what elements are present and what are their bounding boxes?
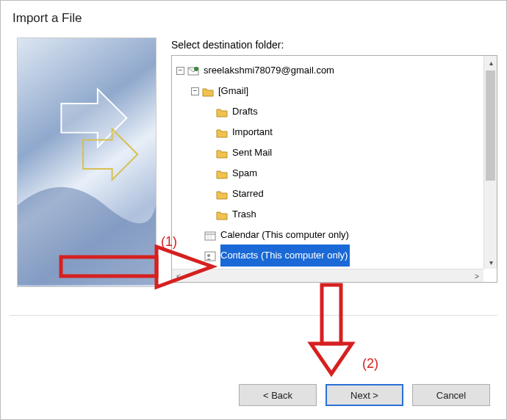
- dialog-title: Import a File: [1, 1, 506, 32]
- svg-point-3: [194, 67, 198, 71]
- folder-tree[interactable]: − sreelakshmi78079@gmail.com − [Gmail]: [171, 55, 497, 283]
- contacts-label: Contacts (This computer only): [220, 245, 350, 267]
- svg-marker-13: [311, 344, 352, 374]
- folder-icon: [216, 101, 232, 122]
- tree-gmail-row[interactable]: − [Gmail]: [175, 81, 481, 101]
- destination-label: Select destination folder:: [171, 39, 497, 51]
- svg-rect-4: [205, 232, 215, 240]
- account-label: sreelakshmi78079@gmail.com: [204, 60, 334, 81]
- tree-folder-row[interactable]: Drafts: [175, 101, 481, 122]
- tree-folder-row[interactable]: Trash: [175, 204, 481, 225]
- collapse-icon[interactable]: −: [191, 87, 199, 95]
- scroll-left-icon[interactable]: <: [172, 269, 185, 283]
- annotation-two: (2): [362, 356, 378, 372]
- tree-folder-row[interactable]: Spam: [175, 163, 481, 184]
- account-icon: [187, 60, 204, 81]
- vertical-scrollbar[interactable]: ▴ ▾: [483, 56, 497, 269]
- svg-point-9: [207, 254, 210, 257]
- scroll-thumb[interactable]: [486, 70, 495, 181]
- gmail-label: [Gmail]: [218, 81, 248, 101]
- divider: [10, 315, 497, 316]
- cancel-button[interactable]: Cancel: [412, 384, 490, 406]
- next-button[interactable]: Next >: [326, 384, 403, 406]
- tree-folder-row[interactable]: Important: [175, 122, 481, 142]
- collapse-icon[interactable]: −: [176, 67, 184, 75]
- scroll-down-icon[interactable]: ▾: [484, 256, 497, 269]
- svg-marker-0: [61, 89, 126, 147]
- tree-folder-row[interactable]: Sent Mail: [175, 142, 481, 163]
- back-button[interactable]: < Back: [239, 384, 317, 406]
- folder-icon: [216, 204, 232, 225]
- folder-icon: [216, 142, 232, 163]
- folder-icon: [216, 184, 232, 204]
- folder-icon: [216, 163, 232, 184]
- contacts-icon: [204, 245, 220, 266]
- folder-icon: [202, 81, 218, 101]
- scroll-up-icon[interactable]: ▴: [484, 56, 497, 69]
- tree-contacts-row[interactable]: Contacts (This computer only): [175, 245, 481, 266]
- tree-account-row[interactable]: − sreelakshmi78079@gmail.com: [175, 60, 481, 81]
- scroll-right-icon[interactable]: >: [470, 269, 483, 283]
- svg-marker-1: [83, 129, 137, 180]
- horizontal-scrollbar[interactable]: < >: [172, 269, 483, 282]
- folder-icon: [216, 122, 232, 142]
- tree-calendar-row[interactable]: Calendar (This computer only): [175, 225, 481, 245]
- tree-folder-row[interactable]: Starred: [175, 184, 481, 204]
- svg-rect-12: [322, 285, 341, 344]
- calendar-icon: [204, 225, 220, 245]
- wizard-graphic: [17, 37, 157, 287]
